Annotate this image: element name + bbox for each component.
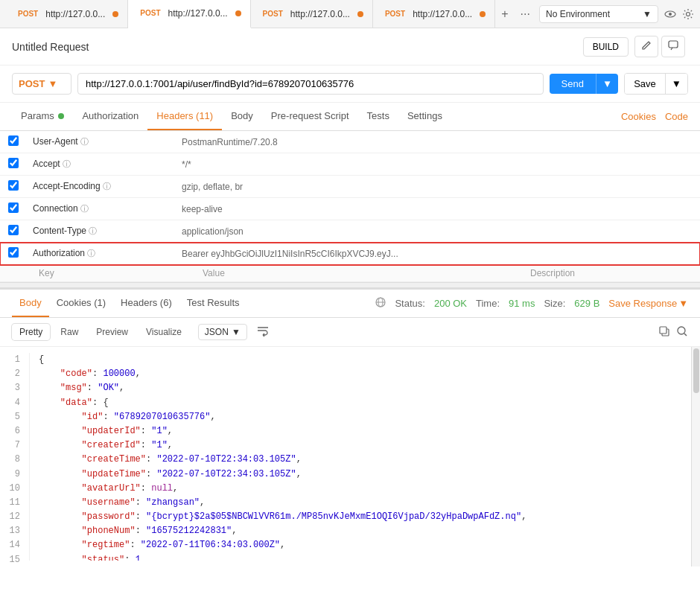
svg-point-1 [669, 13, 672, 16]
header-key: User-Agentⓘ [27, 131, 176, 153]
eye-icon[interactable] [664, 8, 676, 20]
line-numbers: 1234567891011121314151617 [0, 353, 30, 561]
environment-selector[interactable]: No Environment ▼ [539, 5, 658, 23]
tab-2[interactable]: POST http://127.0.0... [128, 0, 250, 28]
format-select[interactable]: JSON ▼ [198, 324, 247, 340]
code-line: "msg": "OK", [39, 381, 682, 395]
preview-button[interactable]: Preview [89, 324, 136, 340]
tab-1-url: http://127.0.0... [45, 9, 105, 19]
info-icon[interactable]: ⓘ [87, 249, 95, 258]
raw-button[interactable]: Raw [53, 324, 86, 340]
copy-icon[interactable] [658, 325, 670, 339]
settings-icon[interactable] [682, 8, 694, 20]
code-line: "id": "6789207010635776", [39, 410, 682, 424]
response-tab-cookies-label: Cookies (1) [57, 297, 106, 308]
save-dropdown-button[interactable]: ▼ [665, 74, 687, 94]
time-label: Time: [476, 298, 500, 309]
code-line: "updaterId": "1", [39, 424, 682, 438]
response-tab-test-results[interactable]: Test Results [179, 290, 247, 317]
env-label: No Environment [546, 9, 610, 19]
tab-1[interactable]: POST http://127.0.0... [6, 0, 128, 28]
code-line: { [39, 353, 682, 367]
tab-4[interactable]: POST http://127.0.0... [373, 0, 495, 28]
header-key: Authorizationⓘ [27, 243, 176, 265]
pretty-button[interactable]: Pretty [12, 324, 50, 340]
header-description [588, 176, 700, 198]
header-value: Bearer eyJhbGciOiJlUzI1NiIsInR5cCI6IkpXV… [176, 243, 588, 265]
kv-header-row: Key Value Description [0, 265, 700, 282]
comment-icon-button[interactable] [661, 36, 685, 57]
response-tab-headers[interactable]: Headers (6) [113, 290, 179, 317]
info-icon[interactable]: ⓘ [89, 226, 97, 235]
svg-rect-8 [660, 327, 666, 334]
response-tab-headers-label: Headers (6) [121, 297, 172, 308]
cookies-link[interactable]: Cookies [621, 111, 656, 122]
request-title: Untitled Request [12, 41, 583, 53]
info-icon[interactable]: ⓘ [63, 159, 71, 168]
build-button[interactable]: BUILD [583, 37, 629, 57]
svg-line-10 [684, 334, 687, 336]
tab-3-method: POST [260, 9, 286, 19]
svg-point-9 [678, 327, 685, 334]
size-value: 629 B [574, 298, 599, 309]
save-response-button[interactable]: Save Response ▼ [608, 298, 688, 309]
edit-icon-button[interactable] [634, 36, 658, 57]
tab-prerequest[interactable]: Pre-request Script [262, 103, 358, 130]
wrap-icon[interactable] [256, 324, 270, 340]
send-button[interactable]: Send [550, 74, 596, 94]
tab-4-url: http://127.0.0... [413, 9, 472, 19]
tab-params[interactable]: Params [12, 103, 73, 130]
tab-headers[interactable]: Headers (11) [147, 103, 222, 130]
header-key: Connectionⓘ [27, 198, 176, 220]
code-line: "createTime": "2022-07-10T22:34:03.105Z"… [39, 453, 682, 467]
header-checkbox[interactable] [8, 247, 19, 258]
tab-body[interactable]: Body [222, 103, 262, 130]
tab-headers-label: Headers (11) [156, 110, 213, 121]
size-label: Size: [544, 298, 565, 309]
response-tab-body[interactable]: Body [12, 290, 49, 317]
scrollbar[interactable] [691, 347, 700, 567]
header-checkbox[interactable] [8, 135, 19, 146]
header-checkbox[interactable] [8, 180, 19, 191]
tab-1-method: POST [15, 9, 41, 19]
header-checkbox[interactable] [8, 158, 19, 168]
format-label: JSON [205, 327, 229, 337]
header-checkbox[interactable] [8, 202, 19, 213]
info-icon[interactable]: ⓘ [80, 137, 89, 146]
code-line: "username": "zhangsan", [39, 496, 682, 510]
tab-3[interactable]: POST http://127.0.0... [251, 0, 373, 28]
url-input[interactable] [77, 73, 544, 95]
response-tab-cookies[interactable]: Cookies (1) [49, 290, 113, 317]
tab-authorization[interactable]: Authorization [73, 103, 147, 130]
code-view: 1234567891011121314151617 { "code": 1000… [0, 347, 691, 567]
header-value: gzip, deflate, br [176, 176, 588, 198]
search-icon[interactable] [676, 325, 688, 339]
new-tab-button[interactable]: + [495, 7, 514, 21]
code-link[interactable]: Code [665, 111, 688, 122]
table-row: Accept-Encodingⓘ gzip, deflate, br [0, 176, 700, 198]
tab-2-dot [235, 10, 241, 16]
info-icon[interactable]: ⓘ [80, 204, 89, 213]
more-tabs-button[interactable]: ··· [515, 7, 536, 21]
save-button[interactable]: Save [625, 74, 665, 94]
save-response-chevron-icon: ▼ [678, 298, 688, 309]
response-tab-test-results-label: Test Results [187, 297, 240, 308]
code-line: "regtime": "2022-07-11T06:34:03.000Z", [39, 538, 682, 552]
visualize-button[interactable]: Visualize [139, 324, 189, 340]
send-dropdown-button[interactable]: ▼ [596, 74, 618, 94]
tab-tests[interactable]: Tests [358, 103, 398, 130]
cookies-code-links: Cookies Code [621, 111, 688, 122]
method-select[interactable]: POST ▼ [12, 73, 71, 95]
tab-tests-label: Tests [367, 110, 389, 121]
tab-settings[interactable]: Settings [398, 103, 451, 130]
scrollbar-thumb[interactable] [693, 348, 699, 393]
status-label: Status: [395, 298, 424, 309]
time-value: 91 ms [509, 298, 535, 309]
toolbar-right [658, 325, 688, 339]
code-line: "updateTime": "2022-07-10T22:34:03.105Z"… [39, 468, 682, 482]
tab-bar: POST http://127.0.0... POST http://127.0… [0, 0, 700, 28]
tab-params-label: Params [21, 110, 54, 121]
header-checkbox[interactable] [8, 225, 19, 235]
info-icon[interactable]: ⓘ [103, 182, 111, 191]
tab-prerequest-label: Pre-request Script [271, 110, 349, 121]
